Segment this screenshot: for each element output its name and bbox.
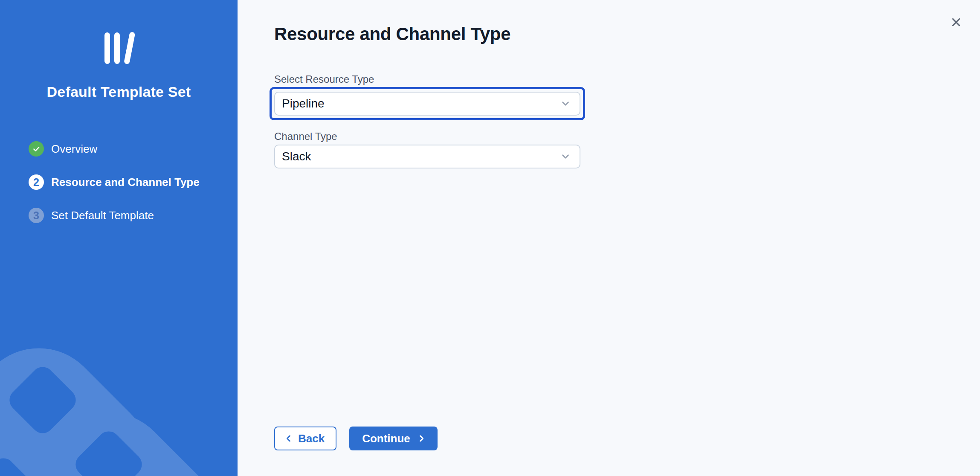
back-button[interactable]: Back [274,427,336,450]
chevron-right-icon [416,433,426,444]
resource-type-label: Select Resource Type [274,73,374,86]
chevron-left-icon [284,433,294,444]
step-resource-and-channel-type[interactable]: 2 Resource and Channel Type [29,174,229,190]
wizard-title: Default Template Set [10,84,227,100]
page-title: Resource and Channel Type [274,24,510,44]
close-icon [950,16,962,28]
chevron-down-icon [560,98,571,109]
step-label: Overview [51,142,97,156]
channel-type-select[interactable]: Slack [274,145,580,168]
wizard-steps: Overview 2 Resource and Channel Type 3 S… [0,141,238,223]
chevron-down-icon [560,151,571,162]
sidebar-watermark-pattern [0,276,238,476]
step-number-badge: 2 [29,174,44,190]
step-overview[interactable]: Overview [29,141,229,157]
resource-type-focus-ring: Pipeline [270,87,585,120]
step-label: Set Default Template [51,209,154,222]
wizard-sidebar: Default Template Set Overview 2 Resource… [0,0,238,476]
continue-button-label: Continue [362,432,410,445]
channel-type-value: Slack [282,150,311,163]
continue-button[interactable]: Continue [349,427,438,450]
step-label: Resource and Channel Type [51,176,200,189]
wizard-footer: Back Continue [274,427,438,450]
stacked-books-logo-icon [102,30,136,67]
close-button[interactable] [947,13,966,32]
channel-type-label: Channel Type [274,131,337,143]
step-complete-check-icon [29,141,44,157]
step-number-badge: 3 [29,208,44,223]
resource-type-value: Pipeline [282,97,325,110]
wizard-step-panel: Resource and Channel Type Select Resourc… [238,0,980,476]
resource-type-select[interactable]: Pipeline [274,92,580,116]
back-button-label: Back [298,432,325,445]
step-set-default-template[interactable]: 3 Set Default Template [29,208,229,223]
